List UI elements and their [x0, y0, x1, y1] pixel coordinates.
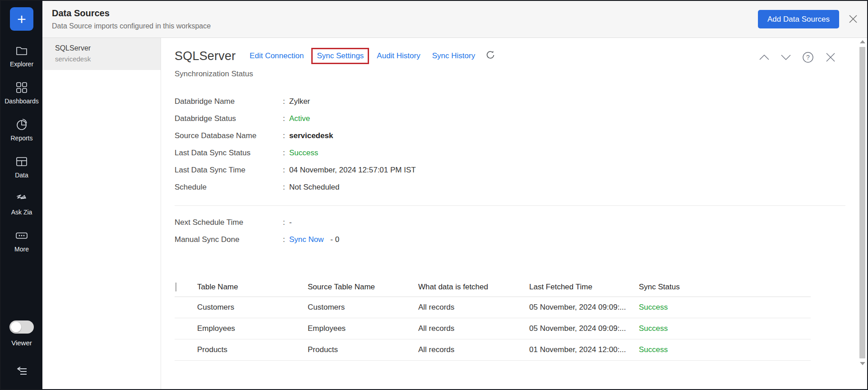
field-value: servicedesk [289, 131, 333, 140]
viewer-toggle-knob [11, 322, 21, 332]
page-close-button[interactable] [847, 13, 859, 25]
sync-now-link[interactable]: Sync Now [289, 235, 324, 244]
zia-icon [15, 192, 28, 205]
help-icon: ? [802, 51, 814, 63]
field-source-database-name: Source Database Name : servicedesk [175, 131, 867, 140]
help-button[interactable]: ? [802, 51, 814, 63]
svg-text:?: ? [806, 54, 810, 61]
field-label: Schedule [175, 182, 283, 192]
sidebar-item-label: Data [15, 172, 28, 179]
tables-sync-table: Table Name Source Table Name What data i… [175, 277, 811, 361]
table-row-customers[interactable]: Customers Customers All records 05 Novem… [175, 297, 811, 318]
field-value: Not Scheduled [289, 182, 340, 192]
data-source-detail-panel: SQLServer Edit Connection Sync Settings … [161, 38, 867, 389]
column-header-table-name: Table Name [197, 283, 308, 292]
add-data-sources-button[interactable]: Add Data Sources [758, 10, 839, 28]
field-colon: : [283, 131, 289, 140]
viewer-toggle-group: Viewer [9, 320, 34, 347]
page-header-text: Data Sources Data Source imports configu… [52, 8, 211, 30]
field-last-sync-status: Last Data Sync Status : Success [175, 148, 867, 158]
detail-title: SQLServer [175, 49, 235, 63]
pie-chart-icon [15, 118, 28, 131]
field-label: Source Database Name [175, 131, 283, 140]
cell-source-table-name: Employees [308, 324, 418, 333]
select-all-checkbox[interactable] [175, 283, 176, 292]
data-source-database: servicedesk [55, 55, 161, 63]
field-colon: : [283, 148, 289, 158]
column-header-last-fetched-time: Last Fetched Time [529, 283, 639, 292]
previous-source-button[interactable] [759, 54, 770, 60]
detail-panel-controls: ? [759, 51, 836, 63]
viewer-toggle[interactable] [9, 320, 34, 334]
viewer-toggle-label: Viewer [11, 339, 32, 347]
field-value-status: Success [289, 148, 318, 158]
next-source-button[interactable] [780, 54, 791, 60]
field-value-status: Active [289, 114, 310, 123]
field-value: Zylker [289, 97, 310, 106]
sidebar-item-data[interactable]: Data [1, 155, 42, 179]
sync-settings-highlight-box: Sync Settings [311, 48, 369, 64]
main-column: Data Sources Data Source imports configu… [42, 1, 867, 389]
cell-fetched: All records [418, 324, 529, 333]
table-row-employees[interactable]: Employees Employees All records 05 Novem… [175, 318, 811, 339]
sidebar-item-ask-zia[interactable]: Ask Zia [1, 192, 42, 216]
cell-fetched: All records [418, 303, 529, 312]
sidebar-item-explorer[interactable]: Explorer [1, 44, 42, 68]
field-colon: : [283, 165, 289, 175]
field-colon: : [283, 182, 289, 192]
create-new-button[interactable]: + [10, 7, 33, 31]
scroll-up-arrow-icon[interactable] [860, 40, 865, 43]
vertical-scrollbar[interactable] [859, 40, 866, 376]
field-label: Next Schedule Time [175, 218, 283, 227]
page-title: Data Sources [52, 8, 211, 19]
ellipsis-icon [15, 229, 28, 242]
sidebar-item-reports[interactable]: Reports [1, 118, 42, 142]
close-icon [825, 51, 836, 63]
cell-last-fetched: 01 November, 2024 12:00:... [529, 345, 639, 354]
sidebar-item-label: More [14, 246, 29, 253]
collapse-sidebar-icon [15, 366, 28, 377]
content-row: SQLServer servicedesk SQLServer Edit Con… [42, 38, 867, 389]
audit-history-link[interactable]: Audit History [377, 51, 420, 60]
manual-sync-count: - 0 [330, 235, 339, 244]
cell-table-name: Customers [197, 303, 308, 312]
close-detail-button[interactable] [825, 51, 836, 63]
folder-icon [15, 44, 28, 57]
cell-last-fetched: 05 November, 2024 09:09:... [529, 303, 639, 312]
scrollbar-thumb[interactable] [859, 47, 865, 358]
cell-source-table-name: Customers [308, 303, 418, 312]
cell-table-name: Products [197, 345, 308, 354]
app-window: + Explorer Dashboards Reports Data [0, 0, 868, 390]
scroll-down-arrow-icon[interactable] [860, 362, 865, 365]
section-divider [175, 205, 845, 206]
sidebar-item-dashboards[interactable]: Dashboards [1, 81, 42, 105]
refresh-button[interactable] [485, 50, 495, 62]
table-row-products[interactable]: Products Products All records 01 Novembe… [175, 339, 811, 361]
cell-table-name: Employees [197, 324, 308, 333]
chevron-down-icon [780, 54, 791, 60]
sidebar-item-more[interactable]: More [1, 229, 42, 253]
cell-sync-status: Success [639, 303, 811, 312]
field-label: Last Data Sync Time [175, 165, 283, 175]
close-icon [847, 13, 859, 25]
field-next-schedule-time: Next Schedule Time : - [175, 218, 867, 227]
sync-settings-link[interactable]: Sync Settings [317, 51, 364, 60]
field-colon: : [283, 97, 289, 106]
data-source-list-item-sqlserver[interactable]: SQLServer servicedesk [42, 38, 161, 70]
field-label: Last Data Sync Status [175, 148, 283, 158]
collapse-sidebar-button[interactable] [15, 366, 28, 379]
sync-history-link[interactable]: Sync History [432, 51, 475, 60]
sidebar-item-label: Explorer [10, 60, 33, 68]
chevron-up-icon [759, 54, 770, 60]
field-schedule: Schedule : Not Scheduled [175, 182, 867, 192]
sidebar-item-label: Reports [10, 135, 32, 142]
edit-connection-link[interactable]: Edit Connection [249, 51, 304, 60]
column-header-sync-status: Sync Status [639, 283, 811, 292]
field-databridge-status: Databridge Status : Active [175, 114, 867, 123]
field-label: Manual Sync Done [175, 235, 283, 244]
field-value: - [289, 218, 292, 227]
field-label: Databridge Status [175, 114, 283, 123]
cell-sync-status: Success [639, 345, 811, 354]
refresh-icon [485, 50, 495, 60]
page-subtitle: Data Source imports configured in this w… [52, 22, 211, 30]
